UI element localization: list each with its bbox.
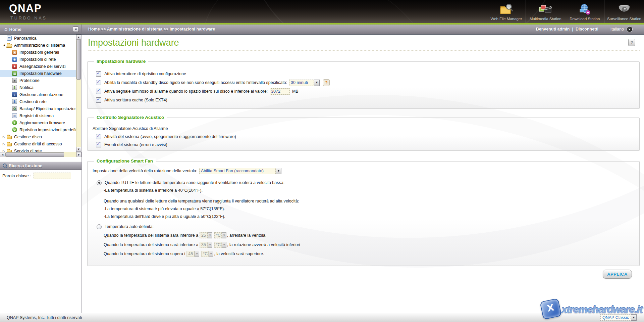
checkbox-label: Attività del sistema (avvio, spegnimento… xyxy=(104,134,236,139)
sidebar-item-gestione-disco[interactable]: Gestione disco xyxy=(0,133,76,140)
tree-spacer xyxy=(2,36,6,40)
free-space-alert-row: Attiva segnale luminoso di allarme quand… xyxy=(96,88,299,95)
low-speed-temp-select[interactable]: 35 xyxy=(200,242,212,248)
function-search-panel-header[interactable]: Ricerca funzione xyxy=(0,162,82,170)
scroll-right-button[interactable] xyxy=(76,152,82,157)
write-cache-row: Attiva scrittura cache (Solo EXT4) xyxy=(96,97,167,103)
sidebar-item-gestione-alimentazione[interactable]: Gestione alimentazione xyxy=(0,91,76,98)
stop-fan-unit-select[interactable]: °C xyxy=(214,232,226,238)
tree-vertical-scrollbar[interactable] xyxy=(76,35,81,152)
user-area: Benvenuti admin | Disconnetti xyxy=(536,25,598,34)
tree-horizontal-scrollbar[interactable] xyxy=(0,152,82,157)
multimedia-station-button[interactable]: Multimedia Station xyxy=(526,0,565,23)
sidebar: Panoramica Amministrazione di sistema Im… xyxy=(0,35,82,313)
power-management-icon xyxy=(12,92,17,97)
custom-temp-row: Quando la temperatura del sistema sarà i… xyxy=(104,232,267,239)
web-file-manager-button[interactable]: Web File Manager xyxy=(487,0,526,23)
chevron-down-icon xyxy=(314,80,320,86)
help-icon[interactable]: ? xyxy=(628,39,635,46)
folder-open-icon xyxy=(7,44,12,48)
custom-temp-row: Quando la temperatura del sistema sarà i… xyxy=(104,241,300,248)
sidebar-item-ripristina-impostazioni-predefinite[interactable]: Ripristina impostazioni predefinite xyxy=(0,126,76,133)
low-speed-unit-select[interactable]: °C xyxy=(214,242,226,248)
sidebar-item-assegnazione-dei-servizi[interactable]: Assegnazione dei servizi xyxy=(0,63,76,70)
sidebar-item-notifica[interactable]: Notifica xyxy=(0,84,76,91)
welcome-text: Benvenuti admin xyxy=(536,27,570,32)
station-shortcuts: Web File Manager Multimedia Station xyxy=(487,0,644,23)
checkbox-checked-icon[interactable] xyxy=(96,89,101,94)
fan-mode-select[interactable]: Abilita Smart Fan (raccomandato) xyxy=(199,168,281,174)
smart-fan-note: -La temperatura dell'hard drive è più al… xyxy=(104,213,225,220)
sidebar-item-servizio-di-rete[interactable]: Servizio di rete xyxy=(0,147,76,152)
tree-expander-icon[interactable] xyxy=(2,149,6,152)
section-legend: Controllo Segnalatore Acustico xyxy=(94,115,167,120)
tree-expander-icon[interactable] xyxy=(2,43,6,47)
tree-expander-icon[interactable] xyxy=(2,142,6,146)
navigation-tree: Panoramica Amministrazione di sistema Im… xyxy=(0,35,76,152)
surveillance-station-button[interactable]: Surveillance Station xyxy=(604,0,644,23)
skin-value: QNAP Classic xyxy=(600,314,631,321)
stop-fan-temp-select[interactable]: 25 xyxy=(200,232,212,238)
keyword-input[interactable] xyxy=(34,173,71,179)
network-recycle-bin-icon xyxy=(12,99,17,104)
header-swoosh-decoration xyxy=(179,0,456,23)
security-icon xyxy=(12,78,17,83)
title-divider xyxy=(88,50,640,51)
sidebar-item-protezione[interactable]: Protezione xyxy=(0,77,76,84)
main-content: Impostazioni hardware ? Impostazioni har… xyxy=(82,35,644,313)
scroll-down-button[interactable] xyxy=(76,147,81,152)
scroll-up-button[interactable] xyxy=(76,35,81,40)
chevron-down-icon xyxy=(222,242,226,248)
logout-link[interactable]: Disconnetti xyxy=(576,27,598,32)
skin-select[interactable]: QNAP Classic xyxy=(600,314,637,321)
high-speed-temp-select[interactable]: 45 xyxy=(186,251,199,257)
scroll-left-button[interactable] xyxy=(0,152,5,157)
download-station-button[interactable]: Download Station xyxy=(565,0,604,23)
sidebar-item-backup-ripristina-impostazioni[interactable]: Backup/ Ripristina impostazioni xyxy=(0,105,76,112)
sidebar-item-impostazioni-generali[interactable]: Impostazioni generali xyxy=(0,49,76,56)
buzzer-intro-row: Abilitare Segnalatore Acustico di Allarm… xyxy=(93,125,168,132)
vertical-scroll-thumb[interactable] xyxy=(76,40,81,80)
sidebar-item-impostazioni-di-rete[interactable]: Impostazioni di rete xyxy=(0,56,76,63)
sidebar-item-panoramica[interactable]: Panoramica xyxy=(0,35,76,42)
collapse-sidebar-button[interactable] xyxy=(73,27,79,32)
smart-fan-note: -La temperatura di sistema è inferiore a… xyxy=(104,187,203,194)
web-file-manager-icon xyxy=(499,3,513,16)
breadcrumb-bar: ⌂ Home Home >> Amministrazione di sistem… xyxy=(0,25,644,35)
sidebar-item-registri-di-sistema[interactable]: Registri di sistema xyxy=(0,112,76,119)
checkbox-checked-icon[interactable] xyxy=(96,80,101,85)
radio-unselected-icon[interactable] xyxy=(97,224,102,229)
intro-label: Abilitare Segnalatore Acustico di Allarm… xyxy=(93,126,168,131)
sidebar-panel-title: Home xyxy=(9,27,21,32)
service-binding-icon xyxy=(12,64,17,69)
standby-interval-select[interactable]: 30 minuti xyxy=(289,80,320,86)
language-area: Italiano xyxy=(610,25,633,34)
sidebar-item-cestino-di-rete[interactable]: Cestino di rete xyxy=(0,98,76,105)
sidebar-item-aggiornamento-firmware[interactable]: Aggiornamento firmware xyxy=(0,119,76,126)
general-settings-icon xyxy=(12,50,17,55)
download-station-icon xyxy=(578,3,592,16)
radio-label: Temperatura auto-definita: xyxy=(105,224,154,229)
checkbox-label: Attiva scrittura cache (Solo EXT4) xyxy=(104,98,167,102)
standby-help-icon[interactable]: ? xyxy=(323,79,330,86)
checkbox-checked-icon[interactable] xyxy=(96,142,101,147)
disk-space-input[interactable] xyxy=(270,88,290,95)
language-dropdown-icon[interactable] xyxy=(627,26,633,32)
horizontal-scroll-thumb[interactable] xyxy=(5,152,64,157)
smart-fan-section: Configurazione Smart Fan Impostazione de… xyxy=(87,161,640,266)
checkbox-checked-icon[interactable] xyxy=(96,134,101,139)
chevron-down-icon xyxy=(631,314,637,321)
checkbox-checked-icon[interactable] xyxy=(96,97,101,103)
apply-button[interactable]: APPLICA xyxy=(603,270,632,279)
notification-icon xyxy=(12,85,17,90)
sidebar-item-amministrazione-di-sistema[interactable]: Amministrazione di sistema xyxy=(0,42,76,49)
sidebar-item-impostazioni-hardware[interactable]: Impostazioni hardware xyxy=(0,70,76,77)
high-speed-unit-select[interactable]: °C xyxy=(201,251,213,257)
radio-selected-icon[interactable] xyxy=(97,180,102,185)
checkbox-checked-icon[interactable] xyxy=(96,71,101,77)
qnap-admin-page: QNAP TURBO NAS Web File Manager xyxy=(0,0,644,322)
sidebar-item-gestione-diritti-di-accesso[interactable]: Gestione diritti di accesso xyxy=(0,140,76,147)
disk-standby-row: Abilita la modalità di standby disco rig… xyxy=(96,79,330,86)
reset-switch-row: Attiva interruttore di ripristino config… xyxy=(96,71,186,77)
tree-expander-icon[interactable] xyxy=(2,135,6,139)
